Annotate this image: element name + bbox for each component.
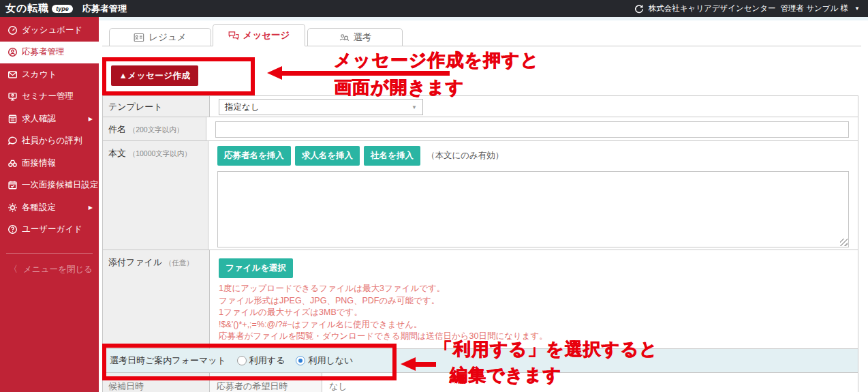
review-icon	[7, 136, 18, 146]
refresh-icon[interactable]	[634, 4, 644, 14]
submenu-arrow-icon: ▶	[89, 116, 93, 122]
sidebar-item-dashboard[interactable]: ダッシュボード	[0, 19, 99, 42]
body-label: 本文 （10000文字以内）	[103, 141, 208, 250]
tab-selection[interactable]: 選考	[307, 28, 403, 46]
attachment-row: 添付ファイル （任意） ファイルを選択 1度にアップロードできるファイルは最大3…	[103, 250, 858, 349]
sidebar-item-seminar[interactable]: セミナー管理	[0, 86, 99, 108]
sidebar-item-applicant-management[interactable]: 応募者管理	[0, 42, 99, 64]
topbar-right: 株式会社キャリアデザインセンター 管理者 サンプル 様 ▼	[634, 3, 868, 14]
brand-logo-text: 女の転職	[5, 2, 49, 15]
insert-applicant-name-button[interactable]: 応募者名を挿入	[217, 146, 291, 166]
resize-handle[interactable]	[840, 239, 848, 246]
select-file-button[interactable]: ファイルを選択	[219, 258, 293, 278]
radio-use-icon[interactable]	[237, 356, 247, 365]
selection-icon	[339, 33, 350, 42]
attachment-note: ファイル形式はJPEG、JPG、PNG、PDFのみ可能です。	[219, 295, 849, 307]
schedule-row: 候補日時 応募者の希望日時 なし	[102, 373, 858, 392]
attachment-note: 1ファイルの最大サイズは3MBです。	[219, 307, 849, 319]
create-message-button[interactable]: ▲メッセージ作成	[111, 65, 198, 86]
sidebar-item-interview-info[interactable]: 面接情報	[0, 152, 99, 175]
tab-message[interactable]: メッセージ	[213, 24, 305, 46]
sidebar-item-settings[interactable]: 各種設定 ▶	[0, 196, 99, 219]
radio-not-use[interactable]: 利用しない	[296, 355, 353, 367]
applicant-icon	[7, 47, 18, 57]
attachment-note: 応募者がファイルを閲覧・ダウンロードできる期間は送信日から30日間になります。	[219, 331, 849, 343]
brand-logo-badge: type	[52, 5, 73, 13]
company-name: 株式会社キャリアデザインセンター	[649, 3, 776, 14]
user-name[interactable]: 管理者 サンプル 様	[781, 3, 848, 14]
tab-bar: レジュメ メッセージ 選考	[102, 25, 861, 46]
template-select-value: 指定なし	[225, 102, 260, 113]
page-title: 応募者管理	[82, 3, 127, 15]
topbar: 女の転職 type 応募者管理 株式会社キャリアデザインセンター 管理者 サンプ…	[0, 0, 868, 17]
annotation-text-create-1: メッセージ作成を押すと	[334, 48, 539, 72]
subject-label: 件名 （200文字以内）	[103, 117, 206, 140]
calendar-icon	[7, 180, 18, 190]
insert-job-name-button[interactable]: 求人名を挿入	[295, 146, 360, 166]
tab-resume[interactable]: レジュメ	[109, 28, 211, 46]
resume-icon	[134, 33, 144, 42]
insert-company-name-button[interactable]: 社名を挿入	[364, 146, 420, 166]
attachment-notes: 1度にアップロードできるファイルは最大3ファイルです。 ファイル形式はJPEG、…	[219, 283, 849, 343]
submenu-arrow-icon: ▶	[89, 205, 93, 211]
interview-icon	[7, 158, 18, 168]
format-row: 選考日時ご案内フォーマット 利用する 利用しない	[102, 348, 858, 373]
schedule-label: 候補日時	[103, 373, 210, 392]
subject-input[interactable]	[215, 121, 849, 138]
attachment-label: 添付ファイル （任意）	[103, 250, 210, 348]
insert-note: （本文にのみ有効）	[427, 150, 503, 162]
schedule-sublabel: 応募者の希望日時	[210, 373, 322, 392]
scout-icon	[7, 70, 18, 80]
attachment-hint: （任意）	[165, 258, 193, 267]
sidebar: ダッシュボード 応募者管理 スカウト セミナー管理 求人確認 ▶	[0, 17, 99, 392]
sidebar-item-first-interview-dates[interactable]: 一次面接候補日設定	[0, 175, 99, 197]
arrow-shaft	[281, 71, 450, 76]
template-row: テンプレート 指定なし ▼	[103, 96, 858, 117]
seminar-icon	[7, 91, 18, 102]
subject-row: 件名 （200文字以内）	[103, 117, 858, 141]
body-row: 本文 （10000文字以内） 応募者名を挿入 求人名を挿入 社名を挿入 （本文に…	[103, 141, 858, 250]
content-top-strip	[99, 17, 868, 20]
template-label: テンプレート	[103, 96, 210, 117]
arrow-head-icon	[267, 66, 282, 80]
sidebar-item-user-guide[interactable]: ユーザーガイド	[0, 219, 99, 241]
guide-icon	[7, 224, 18, 235]
dashboard-icon	[7, 25, 18, 35]
radio-not-use-icon[interactable]	[296, 356, 305, 365]
chevron-left-icon: 〈	[9, 263, 18, 275]
sidebar-divider	[6, 253, 93, 254]
template-select[interactable]: 指定なし ▼	[219, 99, 423, 115]
close-menu-button[interactable]: 〈 メニューを閉じる	[0, 263, 99, 275]
sidebar-item-employee-reviews[interactable]: 社員からの評判	[0, 130, 99, 153]
user-menu-caret-icon[interactable]: ▼	[854, 5, 860, 12]
attachment-note: 1度にアップロードできるファイルは最大3ファイルです。	[219, 283, 849, 295]
message-form: テンプレート 指定なし ▼ 件名 （200文字以内） 本文 （10000文字以内…	[102, 95, 858, 349]
job-posting-icon	[7, 114, 18, 124]
format-label: 選考日時ご案内フォーマット	[110, 355, 226, 367]
radio-use[interactable]: 利用する	[237, 355, 285, 367]
select-caret-icon: ▼	[412, 104, 417, 110]
brand-logo[interactable]: 女の転職 type	[5, 2, 73, 15]
body-hint: （10000文字以内）	[129, 149, 191, 157]
sidebar-item-scout[interactable]: スカウト	[0, 63, 99, 86]
sidebar-item-job-posting[interactable]: 求人確認 ▶	[0, 108, 99, 130]
message-icon	[228, 31, 239, 40]
subject-hint: （200文字以内）	[129, 125, 184, 134]
settings-icon	[7, 202, 18, 213]
body-textarea[interactable]	[217, 171, 849, 247]
applicant-management-screen: 女の転職 type 応募者管理 株式会社キャリアデザインセンター 管理者 サンプ…	[0, 0, 868, 392]
schedule-value: なし	[322, 373, 858, 392]
attachment-note: !$&'()*+,;=%:@/?#~はファイル名に使用できません。	[219, 319, 849, 331]
